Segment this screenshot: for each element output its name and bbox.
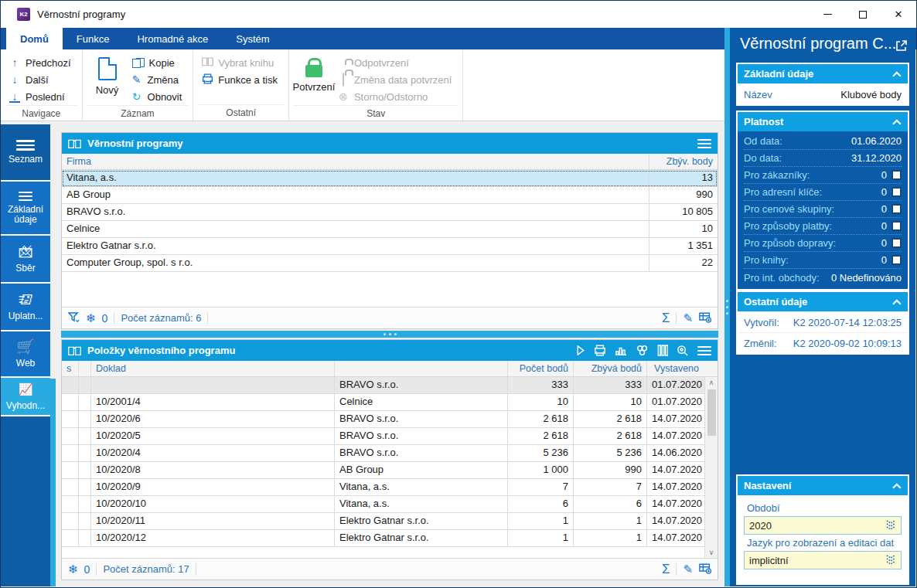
field-value: 31.12.2020 bbox=[851, 152, 902, 164]
sidebar-item-uplatneni[interactable]: 🖅 Uplatn... bbox=[1, 284, 50, 331]
item-row[interactable]: 10/2020/12Elektro Gatnar s.r.o.1114.07.2… bbox=[62, 530, 704, 547]
menu-icon[interactable] bbox=[697, 346, 711, 355]
checkbox[interactable] bbox=[891, 238, 902, 248]
program-row[interactable]: Elektro Gatnar s.r.o.1 351 bbox=[62, 238, 718, 255]
tab-system[interactable]: Systém bbox=[222, 28, 283, 49]
program-row[interactable]: AB Group990 bbox=[62, 187, 718, 204]
maximize-button[interactable] bbox=[845, 1, 881, 28]
section-header-platnost[interactable]: Platnost bbox=[738, 112, 908, 131]
sidebar-item-seznam[interactable]: Seznam bbox=[1, 124, 50, 182]
programs-status-bar: ❄ 0 Počet záznamů: 6 Σ ✎ bbox=[62, 307, 718, 328]
sidebar-item-vyhodnoceni[interactable]: 📈 Vyhodn... bbox=[1, 378, 50, 416]
item-row[interactable]: 10/2020/4BRAVO s.r.o.5 2365 23614.06.202… bbox=[62, 445, 704, 462]
column-header-zbyv-body[interactable]: Zbýv. body bbox=[649, 154, 718, 169]
vertical-scrollbar[interactable]: ∧ ∨ bbox=[704, 377, 718, 558]
section-header-nastaveni[interactable]: Nastavení bbox=[738, 476, 908, 495]
item-row[interactable]: BRAVO s.r.o.33333301.07.2020 bbox=[62, 377, 704, 394]
cell-s bbox=[62, 496, 79, 512]
cell-firma: Computer Group, spol. s r.o. bbox=[62, 255, 649, 271]
scroll-up-icon[interactable]: ∧ bbox=[709, 379, 714, 386]
run-icon[interactable] bbox=[576, 345, 585, 355]
cell-s bbox=[62, 445, 79, 461]
checkbox[interactable] bbox=[891, 170, 902, 180]
program-row[interactable]: Celnice10 bbox=[62, 221, 718, 238]
add-record-icon[interactable] bbox=[699, 563, 711, 576]
jazyk-select[interactable]: implicitní bbox=[744, 551, 902, 569]
last-button[interactable]: ↓Poslední bbox=[5, 88, 77, 105]
menu-icon[interactable] bbox=[697, 139, 711, 148]
refresh-button[interactable]: ↻Obnovit bbox=[128, 88, 189, 105]
open-external-icon[interactable] bbox=[895, 38, 908, 50]
obdobi-select[interactable]: 2020 bbox=[744, 516, 902, 535]
filter-icon[interactable] bbox=[68, 311, 80, 325]
cell-zbyva-bodu: 1 bbox=[574, 513, 647, 529]
change-button[interactable]: ✎Změna bbox=[128, 71, 189, 88]
freeze-icon[interactable]: ❄ bbox=[86, 312, 96, 324]
function-print-button[interactable]: Funkce a tisk bbox=[198, 71, 284, 88]
item-row[interactable]: 10/2020/8AB Group1 00099014.07.2020 bbox=[62, 462, 704, 479]
sidebar-item-web[interactable]: 🛒 Web bbox=[1, 331, 50, 378]
edit-icon[interactable]: ✎ bbox=[683, 563, 693, 575]
edit-icon[interactable]: ✎ bbox=[683, 312, 693, 324]
column-header-zbyva-bodu[interactable]: Zbývá bodů bbox=[574, 361, 647, 376]
previous-button[interactable]: ↑Předchozí bbox=[5, 54, 77, 71]
panel-splitter[interactable] bbox=[61, 331, 718, 338]
detail-panel-splitter[interactable] bbox=[724, 28, 730, 586]
field-label: Změnil: bbox=[744, 338, 777, 349]
book-icon bbox=[68, 138, 81, 149]
checkbox[interactable] bbox=[891, 187, 902, 197]
program-row[interactable]: Computer Group, spol. s r.o.22 bbox=[62, 255, 718, 272]
print-icon[interactable] bbox=[594, 345, 606, 356]
column-header-s[interactable]: s bbox=[62, 361, 79, 376]
cell-pocet-bodu: 10 bbox=[508, 394, 574, 410]
cell-zbyva-bodu: 1 bbox=[574, 530, 647, 546]
chart-icon[interactable] bbox=[615, 345, 627, 356]
sum-icon[interactable]: Σ bbox=[662, 311, 670, 325]
close-button[interactable]: ✕ bbox=[881, 1, 916, 28]
item-row[interactable]: 10/2020/6BRAVO s.r.o.2 6182 61814.07.202… bbox=[62, 411, 704, 428]
gears-icon[interactable] bbox=[636, 345, 649, 356]
column-header-vystaveno[interactable]: Vystaveno bbox=[647, 361, 704, 376]
column-header-blank[interactable] bbox=[79, 361, 91, 376]
scroll-thumb[interactable] bbox=[707, 389, 716, 436]
cell-blank bbox=[79, 394, 91, 410]
confirm-button[interactable]: Potvrzení bbox=[294, 53, 334, 105]
tab-funkce[interactable]: Funkce bbox=[63, 28, 124, 49]
tab-hromadne-akce[interactable]: Hromadné akce bbox=[123, 28, 222, 49]
copy-button[interactable]: Kopie bbox=[128, 54, 189, 71]
checkbox[interactable] bbox=[891, 204, 902, 214]
tab-domu[interactable]: Domů bbox=[6, 28, 63, 49]
item-row[interactable]: 10/2020/10Vitana, a.s.6614.07.2020 bbox=[62, 496, 704, 513]
sidebar: Seznam Základní údaje 🖄 Sběr 🖅 Uplatn...… bbox=[1, 124, 50, 586]
column-header-firma[interactable] bbox=[335, 361, 508, 376]
freeze-icon[interactable]: ❄ bbox=[68, 563, 78, 575]
ribbon-group-stav: Potvrzení Odpotvrzení Změna data potvrze… bbox=[289, 49, 463, 121]
item-row[interactable]: 10/2020/5BRAVO s.r.o.2 6182 61814.07.202… bbox=[62, 428, 704, 445]
scroll-down-icon[interactable]: ∨ bbox=[709, 549, 714, 556]
item-row[interactable]: 10/2020/9Vitana, a.s.7714.07.2020 bbox=[62, 479, 704, 496]
program-row[interactable]: BRAVO s.r.o.10 805 bbox=[62, 204, 718, 221]
field-zmenil: Změnil: K2 2020-09-02 10:09:13 bbox=[738, 332, 908, 353]
item-row[interactable]: 10/2001/4Celnice101001.07.2020 bbox=[62, 394, 704, 411]
columns-icon[interactable] bbox=[657, 345, 668, 356]
checkbox[interactable] bbox=[891, 221, 902, 231]
column-header-doklad[interactable]: Doklad bbox=[91, 361, 335, 376]
next-button[interactable]: ↓Další bbox=[5, 71, 77, 88]
column-header-pocet-bodu[interactable]: Počet bodů bbox=[508, 361, 574, 376]
section-header-zakladni[interactable]: Základní údaje bbox=[738, 64, 908, 83]
checkbox[interactable] bbox=[891, 255, 902, 265]
new-button[interactable]: Nový bbox=[87, 53, 128, 105]
column-header-firma[interactable]: Firma bbox=[62, 154, 649, 169]
sidebar-item-zakladni-udaje[interactable]: Základní údaje bbox=[1, 182, 50, 236]
add-record-icon[interactable] bbox=[699, 311, 711, 325]
item-row[interactable]: 10/2020/11Elektro Gatnar s.r.o.1114.07.2… bbox=[62, 513, 704, 530]
sidebar-item-sber[interactable]: 🖄 Sběr bbox=[1, 236, 50, 284]
sum-icon[interactable]: Σ bbox=[662, 563, 670, 576]
program-row[interactable]: Vitana, a.s.13 bbox=[62, 170, 718, 187]
section-header-ostatni[interactable]: Ostatní údaje bbox=[738, 292, 908, 311]
field-label: Pro cenové skupiny: bbox=[744, 203, 834, 215]
settings-search-icon[interactable] bbox=[677, 345, 689, 356]
cell-blank bbox=[79, 462, 91, 478]
programs-table-rows: Vitana, a.s.13AB Group990BRAVO s.r.o.10 … bbox=[62, 170, 718, 307]
minimize-button[interactable] bbox=[810, 1, 845, 28]
